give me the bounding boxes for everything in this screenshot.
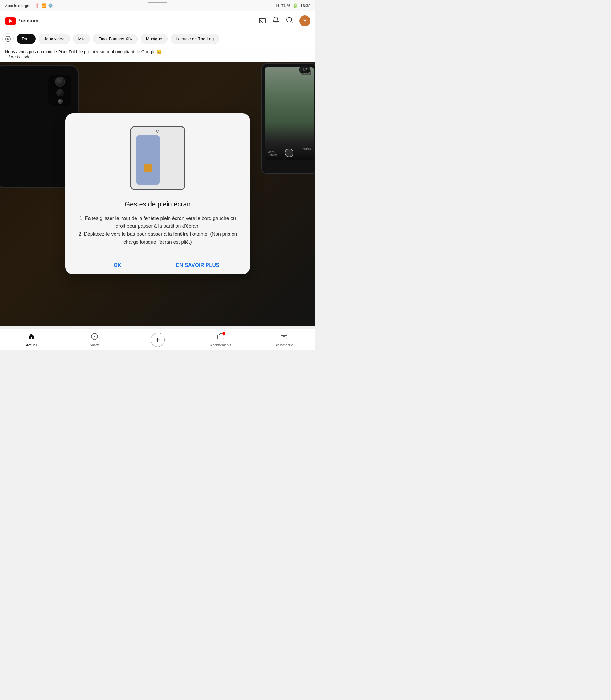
status-left: Appels d'urge... ❗ 📶 ⚙️: [5, 3, 53, 8]
status-bar: Appels d'urge... ❗ 📶 ⚙️ N 76 % 🔋 16:38: [0, 0, 315, 11]
read-more-link[interactable]: ...Lire la suite: [5, 54, 30, 59]
news-bar: Nous avons pris en main le Pixel Fold, l…: [0, 47, 315, 62]
svg-marker-5: [7, 38, 9, 40]
learn-more-button[interactable]: EN SAVOIR PLUS: [158, 256, 238, 274]
dialog-illustration: [78, 126, 238, 190]
news-text: Nous avons pris en main le Pixel Fold, l…: [5, 49, 162, 54]
main-content: Nous avons pris en main le Pixel Fold, l…: [0, 47, 315, 329]
phone-dot: [156, 130, 159, 133]
dialog-title: Gestes de plein écran: [78, 200, 238, 208]
avatar[interactable]: Y: [299, 15, 310, 27]
nav-label-accueil: Accueil: [26, 343, 37, 347]
bell-button[interactable]: [272, 16, 280, 26]
status-right: N 76 % 🔋 16:38: [276, 3, 310, 8]
youtube-logo: [5, 17, 16, 25]
ok-button[interactable]: OK: [78, 256, 158, 274]
nav-item-accueil[interactable]: Accueil: [0, 333, 63, 347]
phone-frame: [130, 126, 185, 190]
shorts-icon: [91, 333, 98, 342]
nav-item-abonnements[interactable]: Abonnements: [189, 333, 252, 347]
filter-bar: Tous Jeux vidéo Mix Final Fantasy XIV Mu…: [0, 31, 315, 47]
cast-button[interactable]: [259, 16, 266, 26]
status-calls: Appels d'urge...: [5, 3, 33, 8]
header-logo[interactable]: Premium: [5, 17, 38, 25]
nav-label-bibliotheque: Bibliothèque: [274, 343, 293, 347]
bottom-nav: Accueil Shorts: [0, 329, 315, 350]
phone-inner-screen: [136, 135, 160, 185]
nav-item-bibliotheque[interactable]: Bibliothèque: [252, 333, 315, 347]
library-icon: [280, 333, 288, 342]
home-icon: [28, 333, 35, 342]
chip-tous[interactable]: Tous: [17, 33, 36, 44]
nfc-icon: N: [276, 3, 279, 8]
nav-item-shorts[interactable]: Shorts: [63, 333, 126, 347]
chip-jeux-video[interactable]: Jeux vidéo: [39, 33, 70, 44]
header: Premium Y: [0, 11, 315, 31]
chip-musique[interactable]: Musique: [141, 33, 167, 44]
dialog-body-text: 1. Faites glisser le haut de la fenêtre …: [78, 216, 237, 245]
search-button[interactable]: [286, 16, 293, 26]
status-exclamation: ❗: [34, 3, 40, 8]
add-button[interactable]: [151, 333, 165, 347]
svg-point-3: [287, 17, 292, 22]
nav-item-add[interactable]: [126, 333, 189, 347]
dialog: Gestes de plein écran 1. Faites glisser …: [65, 113, 250, 274]
header-icons: Y: [259, 15, 310, 27]
thumbnail-area: Goo Portrait Video Camera 1/3: [0, 62, 315, 326]
svg-point-4: [5, 36, 11, 41]
phone-inner-icon: [144, 164, 152, 172]
nav-label-abonnements: Abonnements: [210, 343, 231, 347]
status-wifi: 📶: [41, 3, 46, 8]
chip-la-suite[interactable]: La suite de The Leg: [170, 33, 219, 44]
app-title: Premium: [17, 18, 38, 24]
dialog-overlay: Gestes de plein écran 1. Faites glisser …: [0, 62, 315, 326]
nav-label-shorts: Shorts: [90, 343, 100, 347]
dialog-actions: OK EN SAVOIR PLUS: [78, 256, 238, 274]
status-settings: ⚙️: [48, 3, 53, 8]
dialog-body: 1. Faites glisser le haut de la fenêtre …: [78, 215, 238, 246]
explore-button[interactable]: [2, 33, 14, 44]
clock: 16:38: [300, 3, 310, 8]
battery-icon: 🔋: [293, 3, 298, 8]
subscriptions-icon: [217, 333, 224, 342]
battery-level: 76 %: [282, 3, 291, 8]
chip-final-fantasy[interactable]: Final Fantasy XIV: [93, 33, 138, 44]
status-handle: [148, 2, 167, 3]
chip-mix[interactable]: Mix: [73, 33, 90, 44]
